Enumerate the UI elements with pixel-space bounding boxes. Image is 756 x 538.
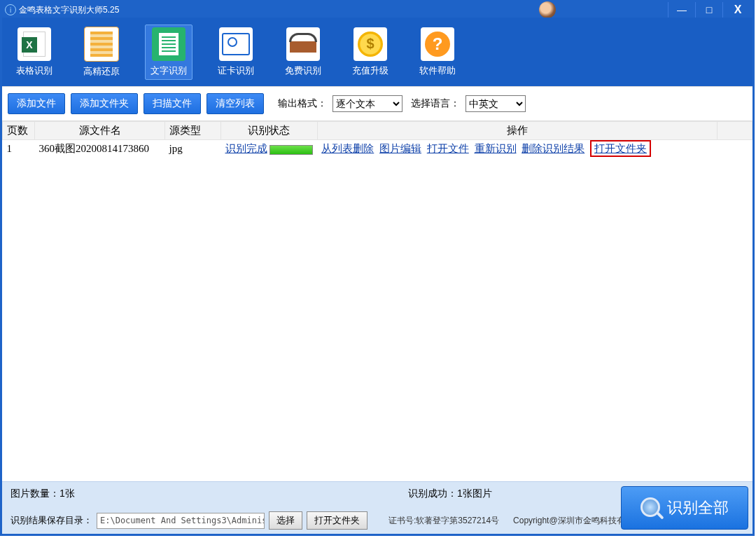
ribbon-table-recog[interactable]: 表格识别 — [10, 25, 58, 80]
ribbon: 表格识别 高精还原 文字识别 证卡识别 免费识别 充值升级 软件帮助 — [2, 18, 752, 86]
success-label: 识别成功：1张图片 — [408, 488, 492, 500]
table-row: 1 360截图20200814173860 jpg 识别完成 从列表删除 图片编… — [3, 140, 752, 158]
recognize-all-label: 识别全部 — [667, 497, 729, 518]
file-table-wrap: 页数 源文件名 源类型 识别状态 操作 1 360截图2020081417386… — [2, 121, 752, 481]
cell-source: 360截图20200814173860 — [35, 140, 165, 158]
magnifier-icon — [640, 497, 662, 518]
lang-select[interactable]: 中英文 — [465, 95, 526, 112]
status-text: 识别完成 — [225, 143, 267, 154]
app-icon: i — [5, 4, 16, 15]
id-icon — [219, 27, 253, 61]
coin-icon — [354, 27, 387, 61]
ribbon-label: 高精还原 — [83, 65, 120, 78]
op-open-folder[interactable]: 打开文件夹 — [594, 143, 647, 154]
col-type: 源类型 — [165, 122, 221, 140]
cell-type: jpg — [165, 140, 221, 158]
cell-ops: 从列表删除 图片编辑 打开文件 重新识别 删除识别结果 打开文件夹 — [317, 140, 717, 158]
title-bar: i 金鸣表格文字识别大师5.25 — □ X — [2, 2, 752, 18]
ribbon-label: 充值升级 — [352, 64, 388, 77]
footer: 图片数量：1张 识别成功：1张图片 识别结果保存目录： E:\Document … — [2, 481, 752, 534]
ribbon-label: 文字识别 — [150, 64, 187, 77]
image-count-label: 图片数量：1张 — [10, 488, 75, 500]
toolbar: 添加文件 添加文件夹 扫描文件 清空列表 输出格式： 逐个文本 选择语言： 中英… — [2, 86, 752, 121]
user-avatar[interactable] — [539, 1, 556, 18]
col-page: 页数 — [3, 122, 35, 140]
lang-label: 选择语言： — [411, 97, 460, 110]
ribbon-label: 软件帮助 — [419, 64, 456, 77]
col-ops: 操作 — [317, 122, 717, 140]
add-file-button[interactable]: 添加文件 — [8, 93, 65, 114]
clear-list-button[interactable]: 清空列表 — [206, 93, 264, 114]
save-dir-path[interactable]: E:\Document And Settings3\Administ — [97, 513, 265, 529]
choose-dir-button[interactable]: 选择 — [269, 511, 302, 530]
cell-status: 识别完成 — [221, 140, 318, 158]
format-select[interactable]: 逐个文本 — [332, 95, 402, 112]
maximize-button[interactable]: □ — [695, 2, 722, 18]
recognize-all-button[interactable]: 识别全部 — [621, 486, 748, 530]
save-dir-label: 识别结果保存目录： — [10, 514, 92, 527]
ribbon-label: 证卡识别 — [218, 64, 254, 77]
ribbon-id-card[interactable]: 证卡识别 — [212, 25, 260, 80]
app-window: i 金鸣表格文字识别大师5.25 — □ X 表格识别 高精还原 文字识别 证卡… — [0, 0, 755, 536]
open-dir-button[interactable]: 打开文件夹 — [307, 511, 368, 530]
ribbon-high-precision[interactable]: 高精还原 — [78, 24, 125, 81]
op-open[interactable]: 打开文件 — [427, 143, 469, 154]
table-header-row: 页数 源文件名 源类型 识别状态 操作 — [3, 122, 752, 140]
progress-bar — [270, 145, 313, 155]
format-label: 输出格式： — [278, 97, 327, 110]
ribbon-text-recog[interactable]: 文字识别 — [145, 25, 192, 80]
op-edit[interactable]: 图片编辑 — [379, 143, 421, 154]
ribbon-help[interactable]: 软件帮助 — [414, 25, 461, 80]
op-remove[interactable]: 从列表删除 — [321, 143, 374, 154]
highlight-box: 打开文件夹 — [590, 140, 651, 157]
ribbon-free[interactable]: 免费识别 — [279, 25, 327, 80]
text-icon — [152, 27, 186, 61]
ribbon-recharge[interactable]: 充值升级 — [346, 25, 394, 80]
cell-page: 1 — [3, 140, 35, 158]
book-icon — [286, 27, 320, 61]
col-source: 源文件名 — [35, 122, 165, 140]
ribbon-label: 免费识别 — [285, 64, 321, 77]
op-del[interactable]: 删除识别结果 — [522, 143, 584, 154]
op-retry[interactable]: 重新识别 — [475, 143, 517, 154]
help-icon — [421, 27, 454, 61]
col-status: 识别状态 — [221, 122, 318, 140]
excel-icon — [18, 27, 51, 61]
ribbon-label: 表格识别 — [16, 64, 52, 77]
file-table: 页数 源文件名 源类型 识别状态 操作 1 360截图2020081417386… — [2, 121, 752, 158]
app-title: 金鸣表格文字识别大师5.25 — [19, 4, 119, 16]
close-button[interactable]: X — [722, 2, 752, 18]
license-text: 证书号:软著登字第3527214号 — [388, 515, 499, 527]
minimize-button[interactable]: — — [668, 2, 695, 18]
doc-icon — [84, 27, 119, 62]
add-folder-button[interactable]: 添加文件夹 — [71, 93, 138, 114]
scan-file-button[interactable]: 扫描文件 — [144, 93, 201, 114]
window-buttons: — □ X — [668, 2, 752, 18]
